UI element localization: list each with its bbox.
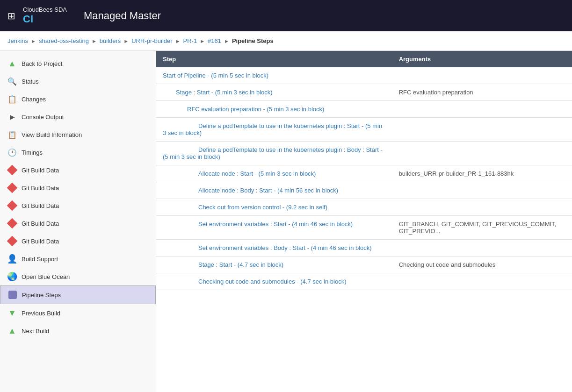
managed-master-title: Managed Master xyxy=(84,10,161,22)
table-row: Checking out code and submodules - (4.7 … xyxy=(156,273,572,290)
console-icon: ▶ xyxy=(7,112,17,121)
step-link[interactable]: Define a podTemplate to use in the kuber… xyxy=(163,122,382,136)
breadcrumb-urr-pr-builder[interactable]: URR-pr-builder xyxy=(131,37,172,44)
step-link[interactable]: Set environment variables : Start - (4 m… xyxy=(163,221,353,228)
breadcrumb-build161[interactable]: #161 xyxy=(208,37,221,44)
table-cell-step: Checking out code and submodules - (4.7 … xyxy=(156,273,392,290)
table-row: Stage : Start - (4.7 sec in block)Checki… xyxy=(156,257,572,273)
step-link[interactable]: Define a podTemplate to use in the kuber… xyxy=(163,146,383,160)
table-cell-step: Allocate node : Body : Start - (4 min 56… xyxy=(156,182,392,199)
pipeline-table: Step Arguments Start of Pipeline - (5 mi… xyxy=(156,51,572,290)
breadcrumb-pr1[interactable]: PR-1 xyxy=(183,37,197,44)
table-cell-args xyxy=(392,118,572,142)
sidebar-item-view-build-information[interactable]: 📋 View Build Information xyxy=(0,126,156,143)
sidebar-item-timings[interactable]: 🕐 Timings xyxy=(0,143,156,161)
sidebar-label-git-build-data-2: Git Build Data xyxy=(22,185,148,192)
column-header-step: Step xyxy=(156,51,392,67)
table-cell-step: Define a podTemplate to use in the kuber… xyxy=(156,118,392,142)
table-cell-args: RFC evaluation preparation xyxy=(392,84,572,101)
breadcrumb-jenkins[interactable]: Jenkins xyxy=(7,37,28,44)
breadcrumb-sep-5: ► xyxy=(200,38,205,44)
sidebar-label-console-output: Console Output xyxy=(22,114,148,121)
step-link[interactable]: Start of Pipeline - (5 min 5 sec in bloc… xyxy=(163,72,268,79)
table-cell-step: Check out from version control - (9.2 se… xyxy=(156,199,392,216)
sidebar-label-view-build-information: View Build Information xyxy=(22,131,148,138)
sidebar-item-git-build-data-5[interactable]: Git Build Data xyxy=(0,232,156,250)
table-row: Set environment variables : Start - (4 m… xyxy=(156,216,572,240)
sidebar-item-build-support[interactable]: 👤 Build Support xyxy=(0,250,156,268)
sidebar-label-git-build-data-1: Git Build Data xyxy=(22,167,148,174)
brand-ci: CI xyxy=(23,13,67,25)
table-cell-args: Checking out code and submodules xyxy=(392,257,572,273)
breadcrumb-sep-1: ► xyxy=(31,38,36,44)
table-cell-step: Start of Pipeline - (5 min 5 sec in bloc… xyxy=(156,67,392,84)
grid-icon[interactable]: ⊞ xyxy=(7,10,15,21)
support-icon: 👤 xyxy=(7,254,17,264)
sidebar-label-git-build-data-5: Git Build Data xyxy=(22,238,148,245)
sidebar-item-status[interactable]: 🔍 Status xyxy=(0,72,156,90)
sidebar-label-changes: Changes xyxy=(22,96,148,103)
sidebar-label-build-support: Build Support xyxy=(22,256,148,263)
diamond-red-icon-2 xyxy=(7,183,17,192)
table-cell-step: Set environment variables : Body : Start… xyxy=(156,240,392,257)
arrow-up-icon: ▲ xyxy=(7,59,17,68)
sidebar-label-status: Status xyxy=(22,78,148,85)
sidebar-item-git-build-data-3[interactable]: Git Build Data xyxy=(0,197,156,214)
diamond-red-icon-3 xyxy=(7,201,17,210)
content-area: Step Arguments Start of Pipeline - (5 mi… xyxy=(156,51,572,392)
table-cell-step: Define a podTemplate to use in the kuber… xyxy=(156,142,392,165)
breadcrumb-builders[interactable]: builders xyxy=(100,37,121,44)
table-row: Define a podTemplate to use in the kuber… xyxy=(156,118,572,142)
top-header: ⊞ CloudBees SDA CI Managed Master xyxy=(0,0,572,31)
breadcrumb: Jenkins ► shared-oss-testing ► builders … xyxy=(0,31,572,51)
sidebar-item-changes[interactable]: 📋 Changes xyxy=(0,90,156,108)
sidebar-label-timings: Timings xyxy=(22,149,148,156)
sidebar-item-open-blue-ocean[interactable]: 🌏 Open Blue Ocean xyxy=(0,268,156,285)
next-build-icon: ▲ xyxy=(7,326,17,335)
step-link[interactable]: Stage : Start - (5 min 3 sec in block) xyxy=(163,89,273,96)
step-link[interactable]: Allocate node : Start - (5 min 3 sec in … xyxy=(163,170,316,177)
breadcrumb-shared-oss-testing[interactable]: shared-oss-testing xyxy=(39,37,89,44)
table-cell-args xyxy=(392,182,572,199)
breadcrumb-sep-6: ► xyxy=(224,38,229,44)
main-layout: ▲ Back to Project 🔍 Status 📋 Changes ▶ C… xyxy=(0,51,572,392)
table-cell-args xyxy=(392,199,572,216)
sidebar: ▲ Back to Project 🔍 Status 📋 Changes ▶ C… xyxy=(0,51,156,392)
table-row: Stage : Start - (5 min 3 sec in block)RF… xyxy=(156,84,572,101)
table-row: RFC evaluation preparation - (5 min 3 se… xyxy=(156,101,572,118)
table-cell-step: Allocate node : Start - (5 min 3 sec in … xyxy=(156,165,392,182)
table-cell-args xyxy=(392,101,572,118)
table-row: Allocate node : Start - (5 min 3 sec in … xyxy=(156,165,572,182)
breadcrumb-sep-3: ► xyxy=(123,38,129,44)
step-link[interactable]: Stage : Start - (4.7 sec in block) xyxy=(163,261,283,268)
blueocean-icon: 🌏 xyxy=(7,272,17,281)
table-row: Start of Pipeline - (5 min 5 sec in bloc… xyxy=(156,67,572,84)
table-row: Check out from version control - (9.2 se… xyxy=(156,199,572,216)
sidebar-item-back-to-project[interactable]: ▲ Back to Project xyxy=(0,55,156,72)
step-link[interactable]: Checking out code and submodules - (4.7 … xyxy=(163,278,347,285)
sidebar-item-git-build-data-1[interactable]: Git Build Data xyxy=(0,161,156,179)
sidebar-item-console-output[interactable]: ▶ Console Output xyxy=(0,108,156,126)
brand-logo: CloudBees SDA CI xyxy=(23,6,67,26)
table-cell-step: Stage : Start - (5 min 3 sec in block) xyxy=(156,84,392,101)
table-row: Allocate node : Body : Start - (4 min 56… xyxy=(156,182,572,199)
step-link[interactable]: Check out from version control - (9.2 se… xyxy=(163,204,327,211)
brand-name: CloudBees SDA xyxy=(23,6,67,14)
sidebar-item-next-build[interactable]: ▲ Next Build xyxy=(0,322,156,340)
step-link[interactable]: Set environment variables : Body : Start… xyxy=(163,244,372,251)
table-cell-args xyxy=(392,240,572,257)
table-cell-args xyxy=(392,273,572,290)
diamond-red-icon-4 xyxy=(7,219,17,228)
table-cell-args xyxy=(392,142,572,165)
sidebar-item-git-build-data-4[interactable]: Git Build Data xyxy=(0,214,156,232)
sidebar-label-previous-build: Previous Build xyxy=(22,310,148,317)
step-link[interactable]: RFC evaluation preparation - (5 min 3 se… xyxy=(163,106,324,113)
sidebar-item-git-build-data-2[interactable]: Git Build Data xyxy=(0,179,156,197)
sidebar-label-git-build-data-3: Git Build Data xyxy=(22,202,148,209)
sidebar-item-pipeline-steps[interactable]: Pipeline Steps xyxy=(0,285,156,304)
sidebar-item-previous-build[interactable]: ▼ Previous Build xyxy=(0,304,156,322)
sidebar-label-pipeline-steps: Pipeline Steps xyxy=(22,292,148,299)
step-link[interactable]: Allocate node : Body : Start - (4 min 56… xyxy=(163,187,338,194)
diamond-red-icon-5 xyxy=(7,236,17,246)
table-row: Define a podTemplate to use in the kuber… xyxy=(156,142,572,165)
